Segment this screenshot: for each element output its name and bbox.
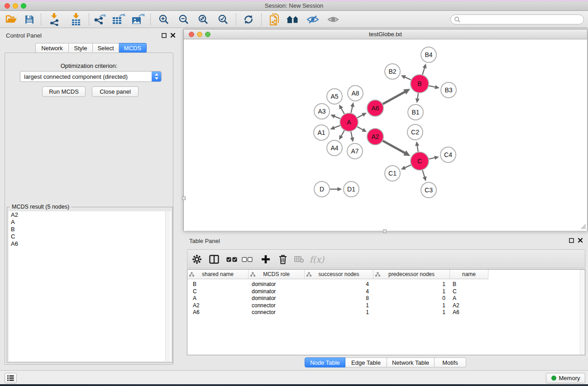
- select-all-checkboxes-icon[interactable]: [225, 253, 239, 266]
- table-cell[interactable]: 8: [305, 295, 373, 302]
- zoom-network-window-button[interactable]: [205, 32, 210, 37]
- column-header-successor-nodes[interactable]: successor nodes: [305, 270, 373, 279]
- node-table[interactable]: shared nameMCDS rolesuccessor nodesprede…: [187, 269, 585, 355]
- network-graph[interactable]: B4B2BB3A8A5A6A3B1AC2A1A2A4A7C4CC1DD1C3: [184, 40, 587, 231]
- function-builder-icon[interactable]: f(x): [308, 253, 326, 266]
- table-cell[interactable]: 1: [305, 309, 373, 316]
- mcds-result-item[interactable]: B: [9, 226, 171, 233]
- graph-edge-C-C3[interactable]: [422, 170, 425, 177]
- table-cell[interactable]: B: [450, 281, 488, 288]
- table-cell[interactable]: 1: [305, 302, 373, 310]
- table-cell[interactable]: dominator: [249, 295, 305, 302]
- show-details-eye-icon[interactable]: [325, 12, 341, 27]
- float-table-panel-icon[interactable]: [569, 238, 574, 243]
- search-box[interactable]: [450, 14, 584, 24]
- zoom-selected-icon[interactable]: [215, 12, 231, 27]
- graph-edge-A-A3[interactable]: [334, 116, 340, 119]
- mcds-result-item[interactable]: A: [9, 219, 171, 226]
- column-header-name[interactable]: name: [450, 270, 488, 279]
- graph-edge-B-B4[interactable]: [422, 67, 425, 75]
- minimize-window-button[interactable]: [13, 3, 18, 9]
- table-cell[interactable]: 1: [373, 288, 450, 295]
- column-header-shared-name[interactable]: shared name: [187, 270, 249, 279]
- table-settings-gear-icon[interactable]: [190, 253, 204, 266]
- delete-column-trash-icon[interactable]: [276, 253, 290, 266]
- graph-edge-C-C4[interactable]: [429, 157, 435, 159]
- table-row[interactable]: Cdominator41C: [187, 288, 488, 295]
- network-window-titlebar[interactable]: testGlobe.txt: [184, 29, 587, 39]
- close-window-button[interactable]: [5, 3, 10, 9]
- refresh-icon[interactable]: [241, 12, 256, 27]
- tab-select[interactable]: Select: [93, 43, 119, 53]
- zoom-window-button[interactable]: [21, 3, 26, 9]
- zoom-in-icon[interactable]: [156, 12, 172, 27]
- float-panel-icon[interactable]: [162, 33, 167, 38]
- table-cell[interactable]: C: [450, 288, 488, 295]
- import-table-icon[interactable]: [68, 12, 84, 27]
- table-cell[interactable]: A: [187, 295, 249, 302]
- graph-edge-B-B2[interactable]: [405, 77, 411, 80]
- close-network-window-button[interactable]: [189, 32, 194, 37]
- table-cell[interactable]: A6: [187, 309, 249, 316]
- delete-table-icon[interactable]: [292, 253, 306, 266]
- save-session-icon[interactable]: [22, 12, 37, 27]
- table-cell[interactable]: 1: [373, 302, 450, 310]
- tab-network[interactable]: Network: [35, 43, 69, 53]
- hide-details-eye-icon[interactable]: [305, 12, 320, 27]
- graph-edge-C-C1[interactable]: [405, 165, 411, 168]
- tab-motifs[interactable]: Motifs: [435, 357, 466, 367]
- table-cell[interactable]: 1: [373, 281, 450, 288]
- deselect-all-checkboxes-icon[interactable]: [240, 253, 254, 266]
- memory-button[interactable]: Memory: [546, 373, 585, 383]
- graph-edge-A-A8[interactable]: [351, 106, 352, 113]
- table-scrollbar[interactable]: [580, 270, 585, 355]
- show-panels-list-button[interactable]: [5, 373, 17, 383]
- close-table-panel-icon[interactable]: [578, 238, 583, 243]
- table-row[interactable]: A2connector11A2: [187, 302, 488, 310]
- network-view-window[interactable]: testGlobe.txt B4B2BB3A8A5A6A3B1AC2A1A2A4…: [183, 29, 588, 231]
- tab-node-table[interactable]: Node Table: [305, 357, 345, 367]
- table-cell[interactable]: 1: [373, 309, 450, 316]
- import-network-icon[interactable]: [47, 12, 62, 27]
- zoom-out-icon[interactable]: [176, 12, 191, 27]
- graph-edge-A2-C[interactable]: [383, 141, 405, 153]
- table-cell[interactable]: 4: [305, 281, 373, 288]
- graph-edge-A-A4[interactable]: [341, 130, 344, 136]
- table-cell[interactable]: C: [187, 288, 249, 295]
- table-cell[interactable]: connector: [249, 302, 305, 310]
- new-network-from-selection-icon[interactable]: [267, 12, 282, 27]
- run-mcds-button[interactable]: Run MCDS: [42, 86, 86, 97]
- home-first-neighbors-icon[interactable]: [285, 12, 301, 27]
- graph-edge-A-A6[interactable]: [358, 114, 363, 118]
- close-panel-button[interactable]: Close panel: [92, 86, 139, 97]
- mcds-result-item[interactable]: A2: [9, 211, 171, 219]
- export-image-icon[interactable]: [130, 12, 146, 27]
- search-input[interactable]: [460, 16, 574, 23]
- table-cell[interactable]: A2: [450, 302, 488, 310]
- table-cell[interactable]: 4: [305, 288, 373, 295]
- tab-network-table[interactable]: Network Table: [387, 357, 435, 367]
- table-cell[interactable]: dominator: [249, 288, 305, 295]
- window-left-resize-handle[interactable]: [182, 196, 186, 200]
- network-canvas[interactable]: B4B2BB3A8A5A6A3B1AC2A1A2A4A7C4CC1DD1C3: [184, 40, 587, 231]
- table-cell[interactable]: A2: [187, 302, 249, 310]
- window-bottom-resize-handle[interactable]: [383, 229, 387, 233]
- window-titlebar[interactable]: Session: New Session: [0, 1, 588, 11]
- tab-edge-table[interactable]: Edge Table: [345, 357, 387, 367]
- result-list-scrollbar[interactable]: [165, 211, 170, 361]
- graph-edge-B-B3[interactable]: [429, 86, 436, 87]
- export-network-icon[interactable]: [92, 12, 107, 27]
- window-resize-grip[interactable]: [580, 224, 586, 229]
- graph-edge-B-B1[interactable]: [417, 93, 418, 99]
- graph-edge-A-A5[interactable]: [341, 108, 344, 114]
- criterion-dropdown[interactable]: largest connected component (directed): [20, 71, 162, 82]
- table-cell[interactable]: A: [450, 295, 488, 302]
- export-table-icon[interactable]: [111, 12, 126, 27]
- table-cell[interactable]: 0: [373, 295, 450, 302]
- minimize-network-window-button[interactable]: [197, 32, 202, 37]
- table-cell[interactable]: dominator: [249, 281, 305, 288]
- table-cell[interactable]: B: [187, 281, 249, 288]
- table-row[interactable]: Bdominator41B: [187, 281, 488, 288]
- zoom-fit-icon[interactable]: [196, 12, 211, 27]
- column-header-MCDS-role[interactable]: MCDS role: [249, 270, 305, 279]
